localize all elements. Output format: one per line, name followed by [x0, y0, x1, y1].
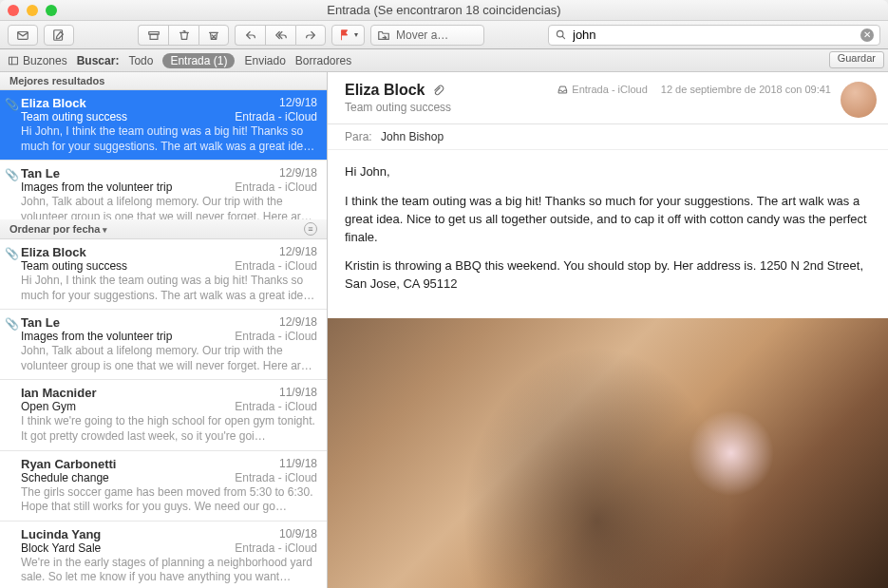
message-preview: John, Talk about a lifelong memory. Our … [21, 195, 317, 219]
move-to-label: Mover a… [396, 28, 448, 42]
toolbar: ▾ Mover a… ✕ [0, 21, 888, 49]
message-subject: Images from the volunteer trip [21, 180, 172, 194]
reader-to-value: John Bishop [381, 130, 444, 143]
delete-button[interactable] [168, 25, 198, 46]
reader-datetime: 12 de septiembre de 2018 con 09:41 [661, 84, 831, 95]
flag-button[interactable]: ▾ [331, 25, 365, 46]
reader-to-row: Para: John Bishop [328, 124, 888, 150]
message-row[interactable]: 📎Tan Le12/9/18Images from the volunteer … [0, 310, 327, 380]
reply-group [235, 25, 326, 46]
message-row[interactable]: 📎Eliza Block12/9/18Team outing successEn… [0, 239, 327, 310]
reader-pane: Eliza Block Team outing success Entrada … [328, 72, 888, 588]
search-input[interactable] [573, 28, 855, 42]
message-preview: We're in the early stages of planning a … [21, 556, 317, 585]
titlebar: Entrada (Se encontraron 18 coincidencias… [0, 0, 888, 21]
junk-delete-group [138, 25, 229, 46]
forward-button[interactable] [295, 25, 326, 46]
reader-mailbox: Entrada - iCloud [557, 84, 648, 95]
reply-button[interactable] [235, 25, 265, 46]
search-icon [555, 28, 567, 41]
sort-menu-icon[interactable]: ≡ [304, 222, 317, 236]
message-preview: The girls soccer game has been moved fro… [21, 485, 317, 515]
message-date: 12/9/18 [279, 245, 317, 259]
email-image-attachment [328, 318, 888, 588]
close-window-button[interactable] [8, 5, 19, 16]
archive-button[interactable] [138, 25, 168, 46]
message-date: 11/9/18 [279, 386, 317, 400]
sort-header[interactable]: Ordenar por fecha ▾ ≡ [0, 219, 327, 239]
move-to-button[interactable]: Mover a… [370, 25, 484, 46]
sidebar-icon [8, 55, 19, 66]
message-mailbox: Entrada - iCloud [235, 400, 317, 413]
window-title: Entrada (Se encontraron 18 coincidencias… [0, 3, 888, 17]
message-sender: Eliza Block [21, 245, 86, 259]
attachment-icon [432, 85, 444, 97]
message-preview: Hi John, I think the team outing was a b… [21, 274, 317, 303]
reply-all-button[interactable] [265, 25, 295, 46]
message-date: 12/9/18 [279, 96, 317, 110]
message-preview: John, Talk about a lifelong memory. Our … [21, 344, 317, 373]
message-mailbox: Entrada - iCloud [235, 541, 317, 555]
message-date: 12/9/18 [279, 315, 317, 330]
svg-rect-5 [9, 57, 18, 65]
message-mailbox: Entrada - iCloud [235, 471, 317, 484]
message-mailbox: Entrada - iCloud [235, 110, 317, 123]
scope-drafts[interactable]: Borradores [295, 54, 351, 67]
search-field[interactable]: ✕ [548, 25, 880, 46]
window-controls [8, 5, 57, 16]
attachment-icon: 📎 [5, 98, 19, 111]
attachment-icon: 📎 [5, 317, 19, 331]
reader-subject: Team outing success [345, 101, 873, 114]
message-mailbox: Entrada - iCloud [235, 330, 317, 343]
attachment-icon: 📎 [5, 247, 19, 260]
reader-body: Hi John, I think the team outing was a b… [328, 150, 888, 318]
message-sender: Tan Le [21, 315, 60, 330]
save-search-button[interactable]: Guardar [829, 51, 884, 68]
message-date: 12/9/18 [279, 166, 317, 180]
reader-header: Eliza Block Team outing success Entrada … [328, 72, 888, 124]
message-subject: Team outing success [21, 259, 127, 273]
message-mailbox: Entrada - iCloud [235, 180, 317, 194]
minimize-window-button[interactable] [27, 5, 38, 16]
message-preview: Hi John, I think the team outing was a b… [21, 124, 317, 154]
chevron-down-icon: ▾ [103, 225, 107, 235]
message-preview: I think we're going to the high school f… [21, 414, 317, 444]
message-subject: Open Gym [21, 400, 76, 413]
message-subject: Images from the volunteer trip [21, 330, 172, 343]
scope-sent[interactable]: Enviado [244, 54, 285, 67]
message-sender: Ryan Carbonetti [21, 457, 116, 471]
top-hits-header: Mejores resultados [0, 72, 327, 90]
message-subject: Block Yard Sale [21, 541, 101, 555]
message-row[interactable]: 📎Eliza Block12/9/18Team outing successEn… [0, 90, 327, 161]
message-row[interactable]: Ian Macnider11/9/18Open GymEntrada - iCl… [0, 380, 327, 450]
message-sender: Eliza Block [21, 96, 86, 110]
sender-avatar [841, 82, 877, 118]
message-subject: Team outing success [21, 110, 127, 123]
message-row[interactable]: Lucinda Yang10/9/18Block Yard SaleEntrad… [0, 522, 327, 588]
maximize-window-button[interactable] [46, 5, 57, 16]
message-mailbox: Entrada - iCloud [235, 259, 317, 273]
message-sender: Lucinda Yang [21, 527, 101, 541]
message-date: 11/9/18 [279, 457, 317, 471]
message-row[interactable]: 📎Tan Le12/9/18Images from the volunteer … [0, 161, 327, 219]
compose-button[interactable] [44, 25, 74, 46]
message-sender: Ian Macnider [21, 386, 96, 400]
scope-inbox[interactable]: Entrada (1) [162, 53, 235, 68]
mailboxes-toggle[interactable]: Buzones [8, 54, 67, 67]
inbox-icon [557, 85, 568, 95]
get-mail-button[interactable] [8, 25, 38, 46]
message-date: 10/9/18 [279, 527, 317, 541]
message-row[interactable]: Ryan Carbonetti11/9/18Schedule changeEnt… [0, 451, 327, 522]
scope-all[interactable]: Todo [128, 54, 153, 67]
message-subject: Schedule change [21, 471, 109, 484]
attachment-icon: 📎 [5, 168, 19, 181]
junk-button[interactable] [198, 25, 229, 46]
search-filter-bar: Buzones Buscar: Todo Entrada (1) Enviado… [0, 49, 888, 72]
message-sender: Tan Le [21, 166, 60, 180]
search-scope-label: Buscar: [77, 54, 120, 67]
clear-search-button[interactable]: ✕ [860, 28, 874, 42]
message-list-pane: Mejores resultados 📎Eliza Block12/9/18Te… [0, 72, 328, 588]
svg-rect-3 [150, 34, 158, 39]
